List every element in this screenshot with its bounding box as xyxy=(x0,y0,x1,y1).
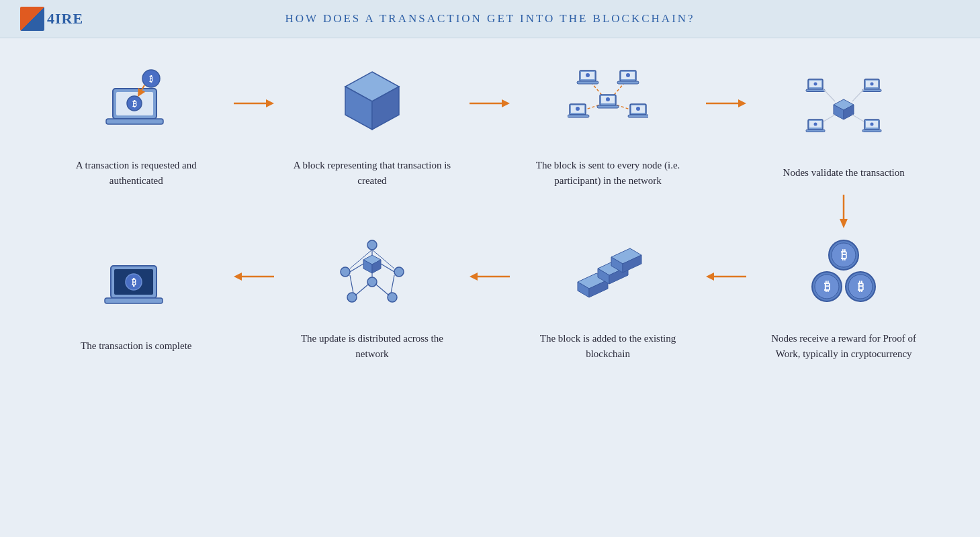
svg-line-82 xyxy=(350,264,363,272)
svg-marker-13 xyxy=(502,99,510,107)
svg-line-83 xyxy=(381,264,394,272)
step-4: Nodes validate the transaction xyxy=(750,66,938,181)
svg-point-20 xyxy=(606,97,610,101)
step-5-icon: ₿ xyxy=(103,239,170,326)
step-3: The block is sent to every node (i.e. pa… xyxy=(514,58,702,188)
step-8-label: Nodes receive a reward for Proof of Work… xyxy=(763,331,924,361)
svg-line-88 xyxy=(391,275,394,293)
svg-rect-21 xyxy=(597,105,619,108)
svg-point-32 xyxy=(576,107,580,111)
svg-text:₿: ₿ xyxy=(824,280,830,293)
svg-rect-58 xyxy=(862,130,881,132)
step-3-label: The block is sent to every node (i.e. pa… xyxy=(527,158,688,188)
step-7-icon xyxy=(571,232,645,319)
logo-icon xyxy=(20,7,44,31)
step-2: A block representing that transaction is… xyxy=(278,58,466,188)
step-5: ₿ The transaction is complete xyxy=(42,239,230,354)
arrow-down xyxy=(837,195,850,228)
arrow-left-1 xyxy=(234,270,274,283)
arrow-right-2 xyxy=(470,97,510,110)
svg-rect-25 xyxy=(577,81,598,84)
svg-line-62 xyxy=(852,115,864,121)
svg-rect-54 xyxy=(806,130,825,132)
svg-text:₿: ₿ xyxy=(149,75,153,83)
svg-point-49 xyxy=(871,83,874,86)
svg-line-60 xyxy=(852,89,864,101)
svg-marker-64 xyxy=(840,219,848,228)
svg-rect-69 xyxy=(105,298,163,303)
svg-point-57 xyxy=(871,123,874,126)
logo: 4IRE xyxy=(20,7,83,31)
main-content: ₿ ₿ A transaction is requested and auth xyxy=(0,38,980,388)
svg-marker-8 xyxy=(266,99,274,107)
svg-line-86 xyxy=(375,284,389,295)
svg-marker-71 xyxy=(234,273,242,281)
arrow-right-1 xyxy=(234,97,274,110)
svg-text:₿: ₿ xyxy=(841,248,847,262)
svg-point-72 xyxy=(367,240,377,250)
svg-marker-92 xyxy=(470,273,478,281)
svg-point-73 xyxy=(341,267,350,277)
step-5-label: The transaction is complete xyxy=(81,338,191,354)
step-6-label: The update is distributed across the net… xyxy=(292,331,453,361)
svg-point-24 xyxy=(586,73,590,77)
svg-text:₿: ₿ xyxy=(132,99,136,109)
arrow-left-2 xyxy=(470,270,510,283)
svg-rect-50 xyxy=(862,89,881,92)
svg-point-74 xyxy=(394,267,404,277)
step-8-icon: ₿ ₿ ₿ xyxy=(803,232,884,319)
svg-point-53 xyxy=(814,123,817,126)
svg-marker-39 xyxy=(738,99,746,107)
step-6-icon xyxy=(335,232,409,319)
step-4-label: Nodes validate the transaction xyxy=(783,165,905,181)
header: 4IRE HOW DOES A TRANSACTION GET INTO THE… xyxy=(0,0,980,38)
svg-text:₿: ₿ xyxy=(131,277,136,287)
arrow-right-3 xyxy=(706,97,746,110)
step-2-icon xyxy=(335,58,409,146)
logo-text: 4IRE xyxy=(47,10,83,28)
svg-point-28 xyxy=(626,73,630,77)
svg-line-61 xyxy=(823,115,835,121)
svg-rect-29 xyxy=(617,81,639,84)
svg-line-87 xyxy=(350,275,353,293)
step-3-icon xyxy=(568,58,648,146)
svg-marker-103 xyxy=(706,273,714,281)
svg-rect-33 xyxy=(568,115,589,117)
svg-line-85 xyxy=(355,284,369,295)
step-1: ₿ ₿ A transaction is requested and auth xyxy=(42,58,230,188)
svg-point-77 xyxy=(367,277,377,287)
svg-line-59 xyxy=(823,89,835,101)
svg-point-75 xyxy=(347,293,357,302)
arrow-left-3 xyxy=(706,270,746,283)
svg-rect-46 xyxy=(806,89,825,92)
svg-point-76 xyxy=(388,293,397,302)
step-1-icon: ₿ ₿ xyxy=(103,58,170,146)
step-1-label: A transaction is requested and authentic… xyxy=(56,158,217,188)
row-1: ₿ ₿ A transaction is requested and auth xyxy=(40,58,940,188)
step-6: The update is distributed across the net… xyxy=(278,232,466,361)
step-2-label: A block representing that transaction is… xyxy=(292,158,453,188)
step-8: ₿ ₿ ₿ Nodes receive a reward for Proof o… xyxy=(750,232,938,361)
svg-rect-4 xyxy=(106,119,163,124)
row-2: ₿ The transaction is complete xyxy=(40,232,940,361)
svg-point-36 xyxy=(636,107,640,111)
svg-text:₿: ₿ xyxy=(858,280,864,293)
step-4-icon xyxy=(800,66,887,153)
page-title: HOW DOES A TRANSACTION GET INTO THE BLOC… xyxy=(285,12,695,26)
step-7-label: The block is added to the existing block… xyxy=(527,331,688,361)
step-7: The block is added to the existing block… xyxy=(514,232,702,361)
svg-point-45 xyxy=(814,83,817,86)
svg-rect-37 xyxy=(628,115,648,117)
